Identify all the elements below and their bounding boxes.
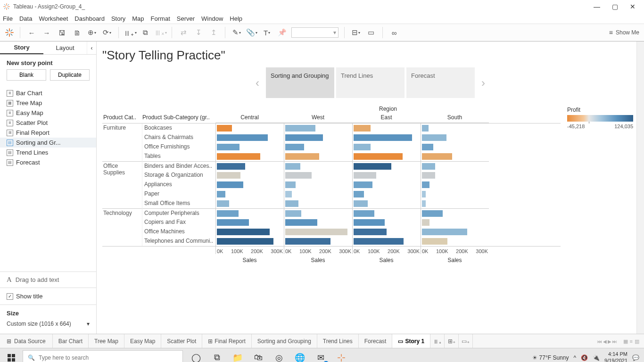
bar[interactable]	[354, 134, 412, 141]
bar[interactable]	[285, 210, 301, 217]
bar[interactable]	[422, 134, 446, 141]
data-source-tab[interactable]: ⊞ Data Source	[0, 334, 53, 348]
bar[interactable]	[354, 172, 376, 179]
sheet-tab[interactable]: Trend Lines	[317, 334, 359, 348]
menu-format[interactable]: Format	[151, 15, 170, 22]
bar[interactable]	[422, 125, 429, 132]
story-point-card[interactable]: Forecast	[406, 67, 475, 98]
bar[interactable]	[217, 172, 240, 179]
new-worksheet-icon[interactable]: ⫼₊	[124, 27, 136, 38]
sidebar-tab-layout[interactable]: Layout	[43, 41, 87, 54]
sidebar-sheet-item[interactable]: ▦Tree Map	[0, 98, 96, 108]
sidebar-sheet-item[interactable]: ▤Sorting and Gr...	[0, 138, 96, 148]
sheet-tab[interactable]: Tree Map	[89, 334, 124, 348]
menu-dashboard[interactable]: Dashboard	[74, 15, 105, 22]
new-dashboard-tab-icon[interactable]: ⊞₊	[445, 334, 459, 348]
menu-file[interactable]: File	[3, 15, 13, 22]
clock[interactable]: 4:14 PM 9/19/2021	[604, 351, 627, 362]
sidebar-sheet-item[interactable]: ⊞Final Report	[0, 128, 96, 138]
close-button[interactable]: ✕	[628, 3, 637, 10]
size-dropdown[interactable]: Custom size (1016 x 664)▾	[7, 321, 90, 327]
bar[interactable]	[217, 210, 239, 217]
duplicate-button[interactable]: Duplicate	[50, 69, 90, 81]
sidebar-sheet-item[interactable]: ▤Forecast	[0, 157, 96, 167]
bar[interactable]	[354, 163, 391, 170]
bar[interactable]	[354, 229, 387, 235]
bar[interactable]	[422, 163, 435, 170]
legend-gradient[interactable]	[567, 115, 633, 122]
new-story-tab-icon[interactable]: ▭₊	[459, 334, 473, 348]
bar[interactable]	[354, 144, 371, 150]
share-icon[interactable]: ∞	[388, 27, 400, 38]
sheet-tab[interactable]: Sorting and Grouping	[252, 334, 317, 348]
pin-icon[interactable]: 📌	[276, 27, 288, 38]
vertical-scrollbar[interactable]	[636, 41, 644, 334]
story-title[interactable]: "Story Telling Practice"	[97, 41, 644, 67]
minimize-button[interactable]: —	[592, 3, 602, 10]
group-icon[interactable]: 📎	[246, 27, 257, 38]
bar[interactable]	[285, 181, 296, 188]
sidebar-sheet-item[interactable]: ⫼Easy Map	[0, 108, 96, 118]
bar[interactable]	[285, 172, 312, 179]
bar[interactable]	[217, 238, 273, 245]
bar[interactable]	[285, 163, 300, 170]
sheet-tab[interactable]: ⊞ Final Report	[202, 334, 251, 348]
bar[interactable]	[354, 238, 404, 245]
bar[interactable]	[217, 144, 239, 150]
bar[interactable]	[285, 134, 323, 141]
bar[interactable]	[422, 191, 426, 197]
menu-map[interactable]: Map	[132, 15, 144, 22]
bar[interactable]	[217, 181, 243, 188]
notifications-icon[interactable]: 💬	[632, 354, 639, 361]
bar[interactable]	[285, 191, 292, 197]
bar[interactable]	[217, 125, 232, 132]
show-cards-icon[interactable]: ⊟	[350, 27, 362, 38]
new-data-icon[interactable]: 🗎	[71, 27, 83, 38]
bar[interactable]	[354, 200, 368, 207]
menu-window[interactable]: Window	[201, 15, 223, 22]
show-me-button[interactable]: ≡Show Me	[609, 29, 639, 36]
task-view-icon[interactable]: ⧉	[206, 348, 227, 362]
bar[interactable]	[354, 210, 374, 217]
fit-dropdown[interactable]: ▾	[291, 27, 339, 38]
save-icon[interactable]: 🖫	[56, 27, 67, 38]
bar[interactable]	[217, 134, 268, 141]
bar[interactable]	[217, 200, 229, 207]
swap-icon[interactable]: ⇄	[178, 27, 189, 38]
tableau-taskbar-icon[interactable]	[331, 348, 352, 362]
bar[interactable]	[217, 163, 245, 170]
labels-icon[interactable]: T	[261, 27, 272, 38]
tab-nav-controls[interactable]: ⏮◀▶⏭	[597, 338, 618, 345]
bar[interactable]	[422, 219, 429, 226]
menu-data[interactable]: Data	[19, 15, 32, 22]
menu-worksheet[interactable]: Worksheet	[39, 15, 68, 22]
volume-icon[interactable]: 🔇	[581, 354, 588, 361]
tray-expand-icon[interactable]: ^	[573, 354, 576, 361]
store-icon[interactable]: 🛍	[248, 348, 269, 362]
blank-button[interactable]: Blank	[7, 69, 46, 81]
bar[interactable]	[354, 125, 371, 132]
bar[interactable]	[422, 210, 443, 217]
duplicate-icon[interactable]: ⧉	[140, 27, 151, 38]
bar[interactable]	[354, 153, 403, 160]
chrome-icon[interactable]: 🌐	[289, 348, 310, 362]
bar[interactable]	[217, 153, 260, 160]
bar[interactable]	[354, 191, 364, 197]
sidebar-tab-story[interactable]: Story	[0, 41, 43, 54]
sidebar-sheet-item[interactable]: ⫼Scatter Plot	[0, 118, 96, 128]
menu-server[interactable]: Server	[177, 15, 195, 22]
bar[interactable]	[285, 200, 298, 207]
tab-story-1[interactable]: ▭ Story 1	[392, 334, 430, 348]
sidebar-sheet-item[interactable]: ▤Trend Lines	[0, 148, 96, 157]
bar[interactable]	[422, 200, 426, 207]
taskbar-search[interactable]: 🔍 Type here to search	[23, 350, 183, 362]
bar[interactable]	[422, 238, 447, 245]
bar[interactable]	[285, 125, 315, 132]
bar[interactable]	[354, 219, 385, 226]
maximize-button[interactable]: ▢	[610, 3, 619, 10]
sheet-tab[interactable]: Scatter Plot	[161, 334, 202, 348]
cortana-icon[interactable]: ◯	[186, 348, 206, 362]
show-title-checkbox[interactable]: ✓	[7, 293, 13, 300]
tableau-icon[interactable]	[5, 28, 14, 37]
bar[interactable]	[285, 219, 317, 226]
